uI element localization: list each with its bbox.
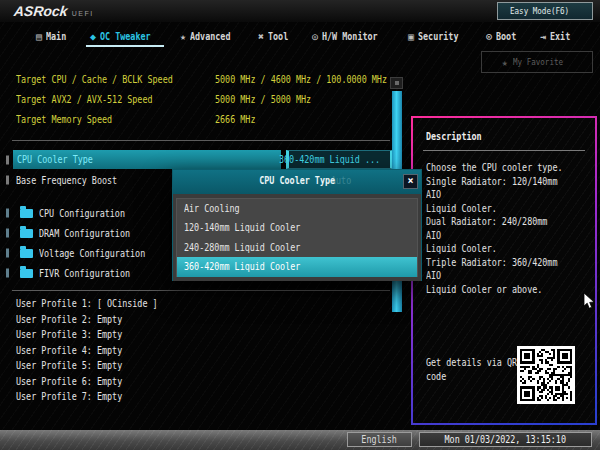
user-profile-row[interactable]: User Profile 7: Empty: [0, 389, 400, 405]
user-profile-label: User Profile 1: [ OCinside ]: [16, 298, 158, 309]
scroll-up-button[interactable]: [390, 77, 403, 89]
droplet-icon: ◆: [90, 31, 96, 42]
user-profile-label: User Profile 6: Empty: [16, 376, 122, 387]
user-profile-list: User Profile 1: [ OCinside ] User Profil…: [0, 296, 400, 405]
favorite-label: My Favorite: [513, 57, 563, 67]
config-folder-label: CPU Configuration: [39, 208, 125, 219]
info-value: 2666 MHz: [215, 114, 255, 125]
top-bar: ASRock UEFI Easy Mode(F6): [0, 0, 600, 22]
dialog-option-list: Air Cooling 120-140mm Liquid Cooler 240-…: [176, 198, 418, 277]
info-value: 5000 MHz / 4600 MHz / 100.0000 MHz: [215, 74, 387, 85]
user-profile-label: User Profile 4: Empty: [16, 345, 122, 356]
nav-tab-label: Tool: [268, 31, 288, 42]
dialog-titlebar[interactable]: CPU Cooler Type Auto ×: [173, 170, 421, 194]
qr-label: Get details via QR code: [426, 356, 526, 384]
user-profile-label: User Profile 5: Empty: [16, 360, 122, 371]
tab-exit[interactable]: ⇥ Exit: [538, 25, 576, 48]
tab-boot[interactable]: ⊙ Boot: [484, 25, 522, 48]
config-folder-label: Voltage Configuration: [39, 248, 145, 259]
user-profile-row[interactable]: User Profile 3: Empty: [0, 327, 400, 343]
footer-bar: English Mon 01/03/2022, 13:15:10: [0, 430, 600, 450]
cpu-cooler-type-value-box[interactable]: 360-420mm Liquid ...: [286, 150, 393, 169]
cpu-cooler-type-label: CPU Cooler Type: [17, 154, 93, 165]
description-panel: Description Choose the CPU cooler type. …: [411, 116, 597, 425]
brand-text: ASRock: [13, 3, 68, 19]
user-profile-row[interactable]: User Profile 2: Empty: [0, 312, 400, 328]
info-row: Target Memory Speed 2666 MHz: [0, 110, 400, 130]
favorite-star-icon: ★: [502, 57, 508, 68]
dialog-option[interactable]: Air Cooling: [177, 199, 417, 218]
tab-security[interactable]: ▣ Security: [406, 25, 468, 48]
tab-oc-tweaker[interactable]: ◆ OC Tweaker: [88, 25, 162, 48]
user-profile-row[interactable]: User Profile 4: Empty: [0, 343, 400, 359]
cpu-cooler-type-dialog: CPU Cooler Type Auto × Air Cooling 120-1…: [172, 169, 422, 281]
dialog-option[interactable]: 360-420mm Liquid Cooler: [177, 257, 417, 276]
row-marker: [6, 176, 9, 185]
user-profile-row[interactable]: User Profile 1: [ OCinside ]: [0, 296, 400, 312]
star-icon: ★: [180, 31, 186, 42]
divider: [12, 140, 390, 141]
description-text: Choose the CPU cooler type. Single Radia…: [426, 161, 589, 296]
dialog-option[interactable]: 240-280mm Liquid Cooler: [177, 238, 417, 257]
nav-tab-label: Exit: [550, 31, 570, 42]
nav-tab-label: OC Tweaker: [100, 31, 151, 42]
menu-icon: ▤: [36, 31, 42, 42]
info-label: Target AVX2 / AVX-512 Speed: [16, 94, 153, 105]
config-folder-label: FIVR Configuration: [39, 268, 130, 279]
nav-tab-label: H/W Monitor: [322, 31, 378, 42]
user-profile-label: User Profile 7: Empty: [16, 391, 122, 402]
info-row: Target CPU / Cache / BCLK Speed 5000 MHz…: [0, 70, 400, 90]
dialog-option[interactable]: 120-140mm Liquid Cooler: [177, 218, 417, 237]
user-profile-label: User Profile 2: Empty: [16, 314, 122, 325]
config-folder-label: DRAM Configuration: [39, 228, 130, 239]
dialog-title: CPU Cooler Type: [173, 175, 421, 186]
power-icon: ⊙: [486, 31, 492, 42]
nav-tab-label: Security: [418, 31, 458, 42]
dialog-body: Air Cooling 120-140mm Liquid Cooler 240-…: [173, 194, 421, 281]
folder-icon: [20, 269, 33, 278]
row-marker: [6, 209, 9, 218]
cpu-cooler-type-row[interactable]: CPU Cooler Type 360-420mm Liquid ...: [0, 150, 400, 169]
tab-main[interactable]: ▤ Main: [34, 25, 72, 48]
dialog-close-button[interactable]: ×: [403, 174, 418, 189]
info-label: Target CPU / Cache / BCLK Speed: [16, 74, 173, 85]
nav-tab-label: Boot: [496, 31, 516, 42]
tools-icon: ✖: [258, 31, 264, 42]
row-marker: [6, 229, 9, 238]
exit-icon: ⇥: [540, 31, 546, 42]
base-frequency-boost-label: Base Frequency Boost: [16, 175, 117, 186]
mouse-cursor: [583, 293, 599, 311]
user-profile-label: User Profile 3: Empty: [16, 329, 122, 340]
target-speed-info: Target CPU / Cache / BCLK Speed 5000 MHz…: [0, 70, 400, 130]
description-title: Description: [426, 131, 482, 142]
cpu-cooler-type-highlight: CPU Cooler Type: [13, 150, 281, 169]
tab-tool[interactable]: ✖ Tool: [256, 25, 294, 48]
user-profile-row[interactable]: User Profile 5: Empty: [0, 358, 400, 374]
row-marker: [6, 155, 9, 164]
easy-mode-button[interactable]: Easy Mode(F6): [497, 2, 593, 20]
row-marker: [6, 249, 9, 258]
info-value: 5000 MHz / 5000 MHz: [215, 94, 311, 105]
nav-bar: ▤ Main ◆ OC Tweaker ★ Advanced ✖ Tool ◎ …: [0, 22, 600, 50]
brand-suffix: UEFI: [72, 10, 94, 17]
datetime-display: Mon 01/03/2022, 13:15:10: [419, 432, 592, 447]
info-row: Target AVX2 / AVX-512 Speed 5000 MHz / 5…: [0, 90, 400, 110]
qr-code: [517, 346, 575, 404]
tab-hw-monitor[interactable]: ◎ H/W Monitor: [310, 25, 390, 48]
ghost-auto-value: Auto: [331, 175, 351, 186]
bios-screen: ASRock UEFI Easy Mode(F6) ▤ Main ◆ OC Tw…: [0, 0, 600, 450]
divider: [423, 150, 585, 151]
info-label: Target Memory Speed: [16, 114, 112, 125]
row-marker: [6, 269, 9, 278]
folder-icon: [20, 249, 33, 258]
shield-icon: ▣: [408, 31, 414, 42]
folder-icon: [20, 209, 33, 218]
nav-tab-label: Main: [46, 31, 66, 42]
tab-advanced[interactable]: ★ Advanced: [178, 25, 240, 48]
gauge-icon: ◎: [312, 31, 318, 42]
nav-tab-label: Advanced: [190, 31, 230, 42]
user-profile-row[interactable]: User Profile 6: Empty: [0, 374, 400, 390]
folder-icon: [20, 229, 33, 238]
language-button[interactable]: English: [347, 432, 412, 447]
my-favorite-button[interactable]: ★ My Favorite: [481, 51, 593, 73]
